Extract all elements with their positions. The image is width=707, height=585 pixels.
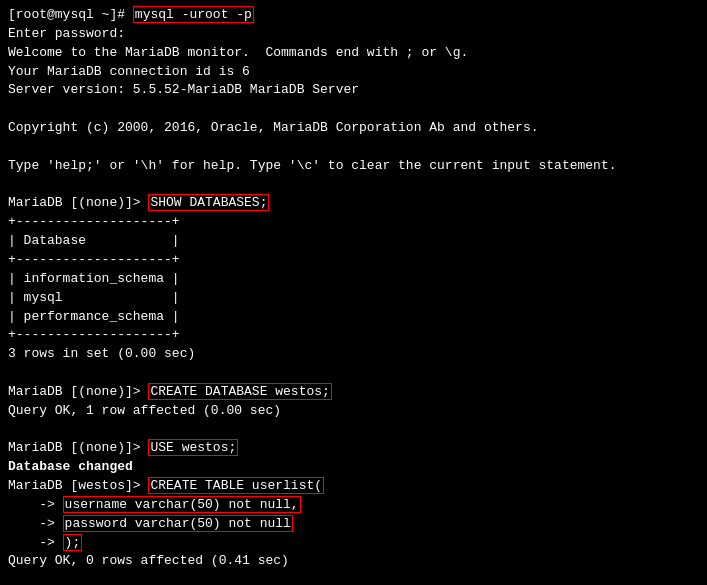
- note-use-westos: 进入westos库: [246, 439, 320, 457]
- password-field-arrow: -> password varchar(50) not null: [8, 515, 293, 534]
- line-query-ok-1: Query OK, 1 row affected (0.00 sec): [8, 402, 699, 421]
- note-password-line1: 表中字段有username和password，类型: [301, 515, 517, 533]
- terminal: [root@mysql ~]# mysql -uroot -p 登陆数据库 En…: [0, 0, 707, 585]
- cmd-password: password varchar(50) not null: [63, 515, 293, 532]
- table-row-mysql: | mysql |: [8, 289, 699, 308]
- note-login: 登陆数据库: [258, 6, 323, 24]
- line-typehelp: Type 'help;' or '\h' for help. Type '\c'…: [8, 157, 699, 176]
- blank5: [8, 421, 699, 440]
- line-closing-paren: -> ); 为varchar（可变长数据类型），不为空: [8, 534, 699, 553]
- table-header: | Database |: [8, 232, 699, 251]
- table-top: +--------------------+: [8, 213, 699, 232]
- line-copyright: Copyright (c) 2000, 2016, Oracle, MariaD…: [8, 119, 699, 138]
- cmd-show-databases: SHOW DATABASES;: [148, 194, 269, 211]
- cmd-close-paren: );: [63, 534, 83, 551]
- create-table-prefix: MariaDB [westos]> CREATE TABLE userlist(: [8, 477, 324, 496]
- note-varchar-type: 为varchar（可变长数据类型），不为空: [90, 534, 311, 552]
- line-connid: Your MariaDB connection id is 6: [8, 63, 699, 82]
- line-create-table: MariaDB [westos]> CREATE TABLE userlist(…: [8, 477, 699, 496]
- cmd-use-westos: USE westos;: [148, 439, 238, 456]
- line-serverversion: Server version: 5.5.52-MariaDB MariaDB S…: [8, 81, 699, 100]
- line-create-db: MariaDB [(none)]> CREATE DATABASE westos…: [8, 383, 699, 402]
- blank2: [8, 138, 699, 157]
- table-bot: +--------------------+: [8, 326, 699, 345]
- table-row-perf: | performance_schema |: [8, 308, 699, 327]
- command-login: mysql -uroot -p: [133, 6, 254, 23]
- table-row-info: | information_schema |: [8, 270, 699, 289]
- blank1: [8, 100, 699, 119]
- line-query-ok-0: Query OK, 0 rows affected (0.41 sec): [8, 552, 699, 571]
- closing-paren-arrow: -> );: [8, 534, 82, 553]
- note-show-databases: 列出库: [279, 194, 318, 212]
- line-show-databases: MariaDB [(none)]> SHOW DATABASES; 列出库: [8, 194, 699, 213]
- blank3: [8, 176, 699, 195]
- line-rows-count: 3 rows in set (0.00 sec): [8, 345, 699, 364]
- root-prompt: [root@mysql ~]# mysql -uroot -p: [8, 6, 254, 25]
- note-create-db: 创建一个名为westos的数据库: [340, 383, 505, 401]
- blank4: [8, 364, 699, 383]
- note-create-table: 在westos库中创建一个userlist表: [332, 477, 509, 495]
- table-mid: +--------------------+: [8, 251, 699, 270]
- line-welcome: Welcome to the MariaDB monitor. Commands…: [8, 44, 699, 63]
- line-db-changed: Database changed: [8, 458, 699, 477]
- line-use-westos: MariaDB [(none)]> USE westos; 进入westos库: [8, 439, 699, 458]
- line-password-field: -> password varchar(50) not null 表中字段有us…: [8, 515, 699, 534]
- blank6: [8, 571, 699, 585]
- create-db-prefix: MariaDB [(none)]> CREATE DATABASE westos…: [8, 383, 332, 402]
- show-db-prefix: MariaDB [(none)]> SHOW DATABASES;: [8, 194, 269, 213]
- line-enter-password: Enter password:: [8, 25, 699, 44]
- cmd-username: username varchar(50) not null,: [63, 496, 301, 513]
- line-username-field: -> username varchar(50) not null,: [8, 496, 699, 515]
- cmd-create-table: CREATE TABLE userlist(: [148, 477, 324, 494]
- use-westos-prefix: MariaDB [(none)]> USE westos;: [8, 439, 238, 458]
- username-field-arrow: -> username varchar(50) not null,: [8, 496, 301, 515]
- line-root-prompt: [root@mysql ~]# mysql -uroot -p 登陆数据库: [8, 6, 699, 25]
- cmd-create-db: CREATE DATABASE westos;: [148, 383, 331, 400]
